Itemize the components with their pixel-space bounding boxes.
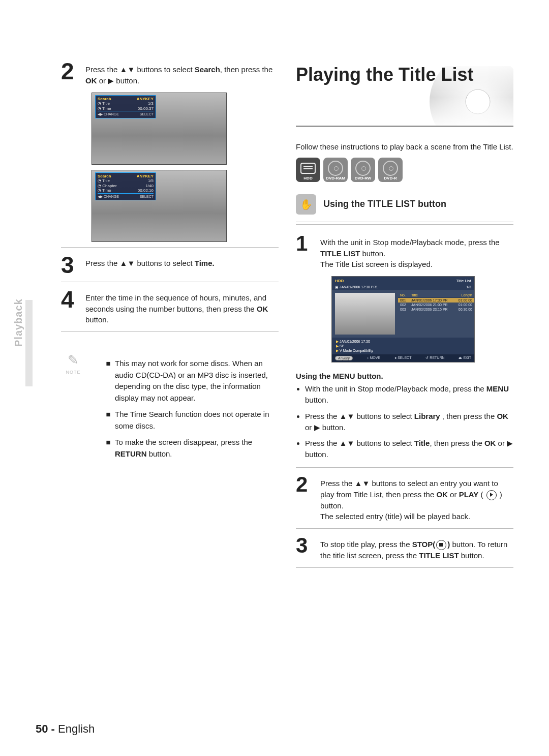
divider [296, 467, 513, 468]
step-number-2r: 2 [296, 475, 313, 494]
manual-page: Playback 2 Press the ▲▼ buttons to selec… [0, 0, 549, 756]
step-number-3: 3 [61, 255, 78, 276]
divider [61, 247, 279, 248]
svg-point-1 [466, 89, 490, 114]
dvd-rw-icon: DVD-RW [351, 158, 375, 182]
section-tab-bg [25, 300, 33, 386]
divider [61, 282, 279, 282]
note-block: ✎NOTE This may not work for some discs. … [61, 350, 279, 472]
note-item: To make the screen disappear, press the … [115, 437, 279, 460]
subheading-text: Using the TITLE LIST button [323, 199, 446, 209]
dvd-r-icon: DVD-R [378, 158, 403, 182]
divider [296, 567, 513, 568]
subheading: ✋ Using the TITLE LIST button [296, 194, 513, 215]
left-column: 2 Press the ▲▼ buttons to select Search,… [36, 61, 279, 575]
osd-screenshot-search-title: SearchANYKEY ◔ Title1/3 ◔ Time00:00:37 ◀… [92, 93, 227, 165]
dvd-ram-icon: DVD-RAM [323, 158, 348, 182]
step-3r-text: To stop title play, press the STOP() but… [320, 536, 513, 561]
note-item: This may not work for some discs. When a… [115, 358, 279, 404]
menu-subhead: Using the MENU button. [296, 372, 513, 380]
play-icon [486, 490, 497, 500]
stop-icon [436, 540, 446, 550]
remote-icon: ✋ [296, 194, 316, 215]
step-number-3r: 3 [296, 536, 313, 555]
step-number-1: 1 [296, 234, 313, 253]
menu-bullet: Press the ▲▼ buttons to select Library ,… [305, 411, 513, 433]
divider [296, 528, 513, 529]
section-tab-playback: Playback [11, 300, 25, 346]
section-title: Playing the Title List [296, 61, 513, 85]
note-icon: ✎NOTE [61, 350, 85, 472]
step-2r-text: Press the ▲▼ buttons to select an entry … [320, 475, 513, 522]
divider [61, 331, 279, 332]
divider-double [296, 222, 513, 225]
step-number-2: 2 [61, 61, 78, 82]
step-number-4: 4 [61, 289, 78, 310]
step-3-text: Press the ▲▼ buttons to select Time. [85, 255, 215, 269]
step-4-text: Enter the time in the sequence of hours,… [85, 289, 279, 325]
menu-bullets: With the unit in Stop mode/Playback mode… [296, 383, 513, 460]
intro-text: Follow these instructions to play back a… [296, 138, 513, 153]
right-column: Playing the Title List Follow these [296, 61, 513, 575]
step-2-text: Press the ▲▼ buttons to select Search, t… [85, 61, 279, 86]
page-number: 50 - [36, 722, 55, 735]
osd-screenshot-search-chapter: SearchANYKEY ◔ Title1/5 ◔ Chapter1/40 ◔ … [92, 170, 227, 242]
page-footer: 50 - English [36, 722, 95, 736]
hdd-icon: HDD [296, 158, 320, 182]
page-language: English [58, 722, 95, 735]
media-compatibility-icons: HDD DVD-RAM DVD-RW DVD-R [296, 158, 513, 182]
title-list-screenshot: HDD Title List ▣ JAN/01/2006 17:30 PR1 1… [331, 276, 475, 362]
menu-bullet: With the unit in Stop mode/Playback mode… [305, 383, 513, 406]
menu-bullet: Press the ▲▼ buttons to select Title, th… [305, 438, 513, 460]
step-1-text: With the unit in Stop mode/Playback mode… [320, 234, 513, 270]
note-item: The Time Search function does not operat… [115, 409, 279, 432]
section-banner: Playing the Title List [296, 61, 513, 127]
